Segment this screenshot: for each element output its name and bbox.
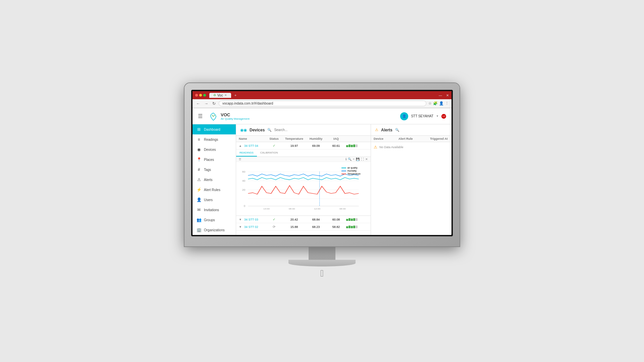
device-row-3[interactable]: ▼ 34 STT 02 ⟳ 15.88 68.23 58.82 (236, 223, 371, 231)
tab-readings[interactable]: READINGS (236, 149, 257, 157)
alert-col-device: Device (374, 137, 397, 140)
monitor-wrapper: ♻ Voc ✕ + — ✕ ← → ↻ vocapp.indata.com.tr (184, 83, 460, 279)
chart-container: 60 40 20 0 (236, 162, 371, 216)
svg-text:20: 20 (242, 188, 245, 191)
new-tab-button[interactable]: + (234, 93, 236, 97)
alerts-panel: ⚠ Alerts 🔍 Device Alert Rule Triggered A… (371, 124, 451, 235)
sidebar-label-tags: Tags (204, 168, 211, 172)
device-1-status-icon: ✓ (273, 144, 275, 147)
profile-icon[interactable]: 👤 (439, 101, 444, 106)
window-minimize[interactable]: — (439, 94, 442, 97)
hamburger-menu[interactable]: ☰ (198, 113, 203, 119)
expand-toggle-2[interactable]: ▼ (239, 218, 242, 221)
address-bar[interactable]: vocapp.indata.com.tr/#/dashboard (219, 101, 426, 106)
sidebar-label-organizations: Organizations (204, 228, 225, 232)
sidebar-item-alerts[interactable]: ⚠ Alerts (193, 175, 236, 185)
sidebar-label-alerts: Alerts (204, 178, 213, 182)
sidebar-item-readings[interactable]: ≡ Readings (193, 134, 236, 144)
col-header-name: Name (239, 137, 266, 140)
back-button[interactable]: ← (195, 101, 201, 106)
sidebar-label-invitations: Invitations (204, 208, 219, 212)
legend-line-temperature (341, 174, 346, 174)
no-data-warning-icon: ⚠ (374, 145, 377, 149)
minimize-dot[interactable] (199, 94, 202, 97)
sidebar-item-devices[interactable]: ◉ Devices (193, 144, 236, 155)
sidebar-item-tags[interactable]: # Tags (193, 165, 236, 175)
device-1-temp: 19.97 (282, 144, 306, 147)
sidebar-item-organizations[interactable]: 🏢 Organizations (193, 225, 236, 235)
device-2-humidity: 68.84 (306, 218, 326, 221)
bookmark-star-icon[interactable]: ☆ (428, 101, 432, 106)
tags-icon: # (197, 167, 201, 172)
sidebar-item-places[interactable]: 📍 Places (193, 155, 236, 165)
alert-rules-icon: ⚡ (197, 187, 201, 192)
device-1-name[interactable]: 34 STT 04 (244, 144, 258, 147)
chart-save-icon[interactable]: 💾 (356, 158, 360, 161)
sidebar-item-users[interactable]: 👤 Users (193, 195, 236, 205)
browser-tab[interactable]: ♻ Voc ✕ (209, 93, 231, 98)
device-3-status-icon: ⟳ (273, 225, 275, 229)
tab-calibration[interactable]: CALIBRATION (257, 149, 281, 157)
device-3-name[interactable]: 34 STT 02 (244, 225, 258, 229)
window-close[interactable]: ✕ (446, 94, 449, 97)
sidebar-label-places: Places (204, 158, 214, 162)
reload-button[interactable]: ↻ (211, 101, 217, 106)
sidebar-item-groups[interactable]: 👥 Groups (193, 215, 236, 225)
sidebar-label-readings: Readings (204, 138, 218, 141)
col-header-graph (346, 137, 368, 140)
extensions-icon[interactable]: 🧩 (433, 101, 438, 106)
device-2-temp: 20.42 (282, 218, 306, 221)
dropdown-icon[interactable]: ▼ (436, 115, 439, 118)
notification-badge[interactable]: 12 (441, 114, 446, 119)
legend-label-temperature: Temperature (347, 173, 361, 175)
sidebar-item-alert-rules[interactable]: ⚡ Alert Rules (193, 185, 236, 195)
expand-toggle-1[interactable]: ▲ (239, 144, 242, 147)
forward-button[interactable]: → (203, 101, 209, 106)
device-2-name[interactable]: 34 STT 03 (244, 218, 258, 221)
tab-close-button[interactable]: ✕ (224, 94, 227, 97)
alerts-search-icon[interactable]: 🔍 (395, 128, 399, 132)
alert-col-triggered: Triggered At (430, 137, 449, 140)
device-row-2[interactable]: ▼ 34 STT 03 ✓ 20.42 68.84 60.08 (236, 216, 371, 223)
sidebar-item-invitations[interactable]: ✉ Invitations (193, 205, 236, 215)
browser-chrome: ♻ Voc ✕ + — ✕ ← → ↻ vocapp.indata.com.tr (193, 91, 451, 108)
chart-expand-icon[interactable]: ⛶ (361, 158, 364, 161)
maximize-dot[interactable] (203, 94, 206, 97)
legend-temperature: Temperature (341, 173, 361, 175)
content-area: ◉◉ Devices 🔍 Name Status Temperature Hum (236, 124, 451, 235)
readings-icon: ≡ (197, 137, 201, 142)
menu-icon[interactable]: ⋮ (445, 101, 449, 106)
sidebar-item-dashboard[interactable]: ⊞ Dashboard (193, 124, 236, 134)
expand-toggle-3[interactable]: ▼ (239, 225, 242, 229)
search-icon[interactable]: 🔍 (267, 128, 271, 132)
svg-text:40: 40 (242, 180, 245, 182)
groups-icon: 👥 (197, 218, 201, 222)
device-row-1[interactable]: ▲ 34 STT 04 ✓ 19.97 69.09 60.61 (236, 142, 371, 149)
invitations-icon: ✉ (197, 207, 201, 212)
chart-plus-icon[interactable]: + (353, 158, 355, 161)
devices-panel-title: Devices (250, 128, 265, 132)
device-1-expanded-area: READINGS CALIBRATION ☰ ℹ 🔍 (236, 149, 371, 216)
sidebar-label-dashboard: Dashboard (204, 128, 220, 131)
dashboard-icon: ⊞ (197, 127, 201, 132)
chart-list-icon[interactable]: ☰ (239, 158, 241, 161)
devices-search-input[interactable] (274, 128, 301, 132)
browser-toolbar: ← → ↻ vocapp.indata.com.tr/#/dashboard ☆… (193, 99, 451, 108)
legend-line-humidity (341, 171, 346, 171)
voc-logo-icon (209, 112, 218, 121)
col-header-status: Status (266, 137, 282, 140)
chart-zoom-icon[interactable]: 🔍 (348, 158, 352, 161)
device-3-graph (346, 226, 368, 228)
device-table-header: Name Status Temperature Humidity IAQ (236, 136, 371, 142)
device-1-humidity: 69.09 (306, 144, 326, 147)
chart-close-icon[interactable]: ✕ (365, 158, 368, 161)
devices-panel-header: ◉◉ Devices 🔍 (236, 124, 371, 136)
svg-text:08:00: 08:00 (289, 207, 295, 209)
chart-info-icon[interactable]: ℹ (345, 158, 346, 161)
close-dot[interactable] (195, 94, 198, 97)
alerts-panel-header: ⚠ Alerts 🔍 (371, 124, 451, 136)
sidebar-label-groups: Groups (204, 218, 215, 222)
alerts-panel-icon: ⚠ (375, 128, 378, 132)
alert-col-rule: Alert Rule (398, 137, 429, 140)
monitor-inner: ♻ Voc ✕ + — ✕ ← → ↻ vocapp.indata.com.tr (193, 91, 451, 235)
